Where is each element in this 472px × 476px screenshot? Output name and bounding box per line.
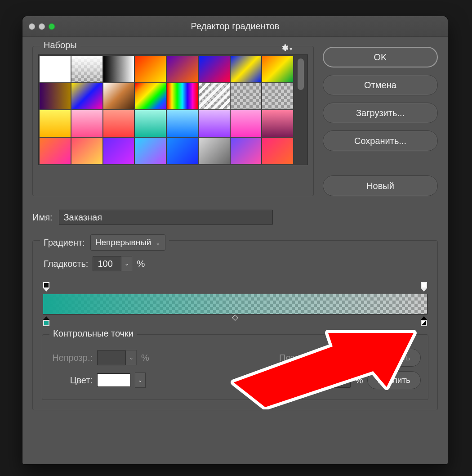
color-pos-unit: % (355, 375, 363, 386)
color-menu[interactable]: ⌄ (135, 373, 146, 388)
presets-label: Наборы (40, 40, 80, 50)
color-pos-input[interactable] (322, 373, 351, 388)
color-stop-right[interactable] (420, 316, 428, 326)
color-stop-left[interactable] (42, 316, 50, 326)
name-label: Имя: (32, 212, 53, 223)
gradient-bar-area (43, 282, 427, 332)
opacity-stop-left[interactable] (42, 282, 50, 290)
chevron-down-icon: ▾ (289, 45, 293, 52)
gradient-bar[interactable] (43, 294, 427, 314)
opacity-pos-unit: % (355, 353, 363, 363)
gradient-type-select[interactable]: Непрерывный ⌄ (90, 234, 166, 251)
gradient-editor-window: Редактор градиентов Наборы ▾ (22, 16, 448, 464)
color-delete-button[interactable]: Удалить (367, 371, 421, 389)
opacity-pos-input (322, 350, 351, 365)
new-button[interactable]: Новый (323, 175, 438, 196)
presets-fieldset: Наборы ▾ (32, 46, 314, 196)
smoothness-input[interactable] (93, 256, 121, 271)
color-pos-label: Позиция: (279, 375, 317, 386)
smoothness-stepper[interactable]: ⌄ (121, 256, 132, 271)
smoothness-unit: % (137, 259, 145, 269)
gradient-type-label: Градиент: (44, 238, 85, 248)
opacity-delete-button: Удалить (367, 349, 421, 367)
name-input[interactable] (59, 210, 273, 225)
color-well[interactable] (97, 373, 130, 387)
window-title: Редактор градиентов (22, 21, 448, 31)
opacity-input (97, 350, 126, 365)
gradient-fieldset: Градиент: Непрерывный ⌄ Гладкость: ⌄ % (32, 240, 438, 410)
color-label: Цвет: (49, 375, 93, 386)
smoothness-label: Гладкость: (44, 259, 88, 269)
ok-button[interactable]: OK (323, 47, 438, 67)
opacity-stepper: ⌄ (126, 350, 137, 365)
presets-scrollbar[interactable] (294, 55, 307, 165)
opacity-pos-label: Позиция: (279, 353, 317, 363)
midpoint-handle[interactable] (232, 314, 238, 321)
load-button[interactable]: Загрузить... (323, 103, 438, 123)
side-buttons: OK Отмена Загрузить... Сохранить... Новы… (323, 46, 438, 196)
preset-grid[interactable] (39, 55, 294, 165)
titlebar: Редактор градиентов (22, 16, 448, 37)
save-button[interactable]: Сохранить... (323, 130, 438, 151)
opacity-stop-right[interactable] (420, 282, 428, 290)
gear-icon (281, 44, 289, 54)
gradient-type-value: Непрерывный (95, 238, 151, 247)
chevron-down-icon: ⌄ (156, 239, 160, 246)
control-points-fieldset: Контрольные точки Непрозр.: ⌄ % Позиция:… (42, 334, 428, 400)
presets-menu-button[interactable]: ▾ (281, 44, 293, 54)
opacity-label: Непрозр.: (49, 353, 93, 363)
opacity-unit: % (141, 353, 149, 363)
control-points-label: Контрольные точки (49, 328, 137, 339)
cancel-button[interactable]: Отмена (323, 75, 438, 95)
